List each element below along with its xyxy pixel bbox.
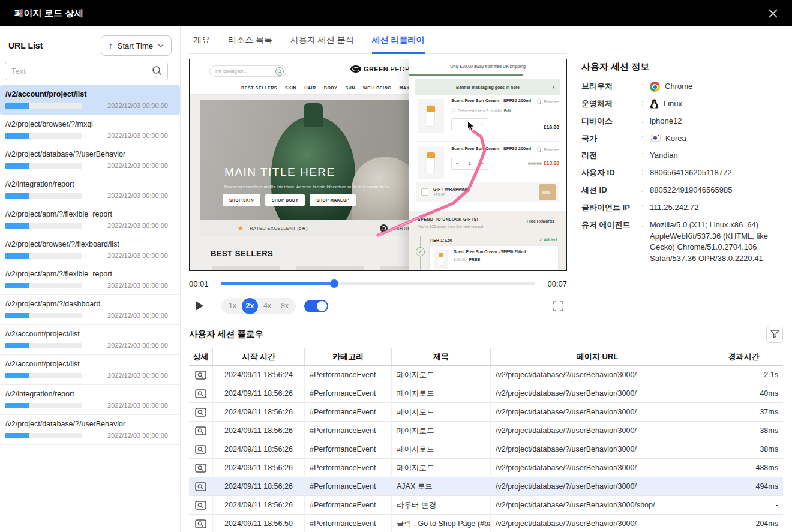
detail-button[interactable] — [189, 459, 213, 477]
url-list-item-date: 2022/12/03 00:00:00 — [107, 162, 168, 169]
session-info-value: Chrome — [650, 81, 692, 92]
url-progress-bar — [5, 223, 82, 229]
url-progress-bar — [5, 403, 82, 408]
flow-start-time: 2024/09/11 18:56:24 — [213, 366, 305, 384]
tab-user-session-analysis[interactable]: 사용자 세션 분석 — [290, 26, 354, 53]
session-info-row: 브라우저:Chrome — [581, 81, 783, 92]
session-flow-row[interactable]: 2024/09/11 18:56:26#PerformanceEvent페이지로… — [189, 384, 783, 403]
session-flow-row[interactable]: 2024/09/11 18:56:26#PerformanceEventAJAX… — [189, 477, 783, 496]
url-list-item-url: /v2/project/apm/?/dashboard — [5, 299, 168, 309]
play-button[interactable] — [194, 300, 206, 312]
plus-icon: + — [481, 161, 484, 166]
reward-product-card: Scent Free Sun Cream - SPF30 200ml £16.0… — [430, 246, 558, 271]
quantity-stepper: −1+ — [451, 157, 488, 170]
star-icon: ★ — [238, 224, 244, 232]
flow-elapsed-time: 38ms — [704, 440, 783, 458]
session-info-row: 클라이언트 IP:111.25.242.72 — [581, 202, 783, 214]
session-flow-row[interactable]: 2024/09/11 18:56:26#PerformanceEvent페이지로… — [189, 440, 783, 459]
playback-slider[interactable] — [221, 282, 535, 285]
cart-banner: Banner messaging goes in here✕ — [415, 79, 560, 95]
session-flow-row[interactable]: 2024/09/11 18:56:26#PerformanceEvent라우터 … — [189, 496, 783, 515]
url-progress-bar — [5, 133, 82, 139]
url-list-item[interactable]: /v2/account/project/list2022/12/03 00:00… — [0, 85, 180, 115]
url-progress-bar — [5, 343, 82, 348]
flow-category: #PerformanceEvent — [305, 477, 392, 495]
url-progress-bar — [5, 433, 82, 438]
url-progress-fill — [5, 103, 29, 109]
detail-button[interactable] — [189, 403, 213, 421]
flow-elapsed-time: - — [704, 496, 783, 514]
detail-button[interactable] — [189, 496, 213, 514]
slider-thumb[interactable] — [330, 279, 338, 288]
chrome-icon — [650, 82, 660, 92]
url-list-item-date: 2022/12/03 00:00:00 — [107, 342, 168, 349]
modal-header: 페이지 로드 상세 — [0, 0, 792, 26]
plus-icon: + — [481, 122, 484, 128]
url-list-item[interactable]: /v2/project/apm/?/dashboard2022/12/03 00… — [0, 295, 180, 325]
url-list-item[interactable]: /v2/project/apm/?/flexible_report2022/12… — [0, 265, 180, 295]
flow-elapsed-time: 204ms — [704, 515, 783, 532]
replay-nav-item: SKIN — [285, 86, 296, 90]
rewards-section: SPEND TO UNLOCK GIFTS! You're £25 away f… — [409, 211, 566, 270]
flow-title-cell: AJAX 로드 — [392, 477, 491, 495]
filter-button[interactable] — [766, 326, 783, 343]
url-list-item[interactable]: /v2/integration/report2022/12/03 00:00:0… — [0, 385, 180, 415]
url-progress-fill — [5, 343, 29, 348]
flow-elapsed-time: 488ms — [704, 459, 783, 477]
funnel-icon — [770, 330, 779, 338]
detail-button[interactable] — [189, 384, 213, 402]
url-list-item-date: 2022/12/03 00:00:00 — [107, 132, 168, 139]
detail-magnifier-icon — [195, 408, 206, 417]
sort-dropdown-label: Start Time — [118, 41, 153, 50]
refresh-icon — [451, 108, 456, 113]
session-info-label: 세션 ID — [581, 185, 641, 196]
detail-button[interactable] — [189, 515, 213, 532]
url-progress-fill — [5, 253, 29, 259]
session-flow-row[interactable]: 2024/09/11 18:56:26#PerformanceEvent페이지로… — [189, 459, 783, 477]
url-search-input[interactable] — [5, 62, 168, 80]
speed-2x[interactable]: 2x — [242, 298, 258, 314]
skip-inactivity-toggle[interactable] — [304, 300, 328, 312]
detail-button[interactable] — [189, 477, 213, 495]
flow-elapsed-time: 40ms — [704, 384, 783, 402]
tab-resource-list[interactable]: 리소스 목록 — [228, 26, 272, 53]
speed-4x[interactable]: 4x — [259, 298, 275, 314]
url-list-item[interactable]: /v2/project/browser/?/flexboard/list2022… — [0, 235, 180, 265]
sort-dropdown[interactable]: ↑ Start Time — [101, 35, 172, 56]
url-progress-bar — [5, 373, 82, 378]
flow-category: #PerformanceEvent — [305, 384, 392, 402]
session-info-value: Mozilla/5.0 (X11; Linux x86_64) AppleWeb… — [650, 220, 783, 265]
url-list-item[interactable]: /v2/project/browser/?/mxql2022/12/03 00:… — [0, 115, 180, 145]
close-icon[interactable] — [766, 6, 780, 20]
session-flow-row[interactable]: 2024/09/11 18:56:26#PerformanceEvent페이지로… — [189, 403, 783, 422]
tab-session-replay[interactable]: 세션 리플레이 — [372, 26, 425, 53]
url-list-item[interactable]: /v2/project/database/?/userBehavior2022/… — [0, 145, 180, 175]
url-list-item[interactable]: /v2/account/project/list2022/12/03 00:00… — [0, 355, 180, 385]
detail-button[interactable] — [189, 422, 213, 440]
speed-1x[interactable]: 1x — [224, 298, 241, 314]
session-flow-row[interactable]: 2024/09/11 18:56:50#PerformanceEvent클릭 :… — [189, 515, 783, 532]
green-people-logo-icon — [350, 65, 361, 73]
url-list-item[interactable]: /v2/integration/report2022/12/03 00:00:0… — [0, 175, 180, 205]
url-list-item[interactable]: /v2/account/project/list2022/12/03 00:00… — [0, 325, 180, 355]
flow-page-url: /v2/project/database/?/userBehavior/3000… — [491, 403, 704, 421]
url-list-item-date: 2022/12/03 00:00:00 — [107, 282, 168, 289]
flow-elapsed-time: 37ms — [704, 403, 783, 421]
session-flow-row[interactable]: 2024/09/11 18:56:26#PerformanceEvent페이지로… — [189, 422, 783, 440]
detail-magnifier-icon — [195, 464, 206, 473]
trash-icon — [536, 98, 542, 104]
url-list-item[interactable]: /v2/project/database/?/userBehavior2022/… — [0, 415, 180, 445]
speed-8x[interactable]: 8x — [277, 298, 293, 314]
url-list-item-date: 2022/12/03 00:00:00 — [107, 372, 168, 379]
trash-icon — [536, 146, 542, 152]
session-flow-row[interactable]: 2024/09/11 18:56:24#PerformanceEvent페이지로… — [189, 366, 783, 384]
flow-category: #PerformanceEvent — [305, 440, 392, 458]
detail-button[interactable] — [189, 366, 213, 384]
url-progress-bar — [5, 283, 82, 288]
replay-search-icon — [275, 67, 284, 76]
detail-button[interactable] — [189, 440, 213, 458]
url-list-item[interactable]: /v2/project/apm/?/flexible_report2022/12… — [0, 205, 180, 235]
cart-item-thumbnail — [418, 146, 444, 179]
fullscreen-button[interactable] — [553, 301, 563, 311]
tab-overview[interactable]: 개요 — [193, 26, 210, 53]
